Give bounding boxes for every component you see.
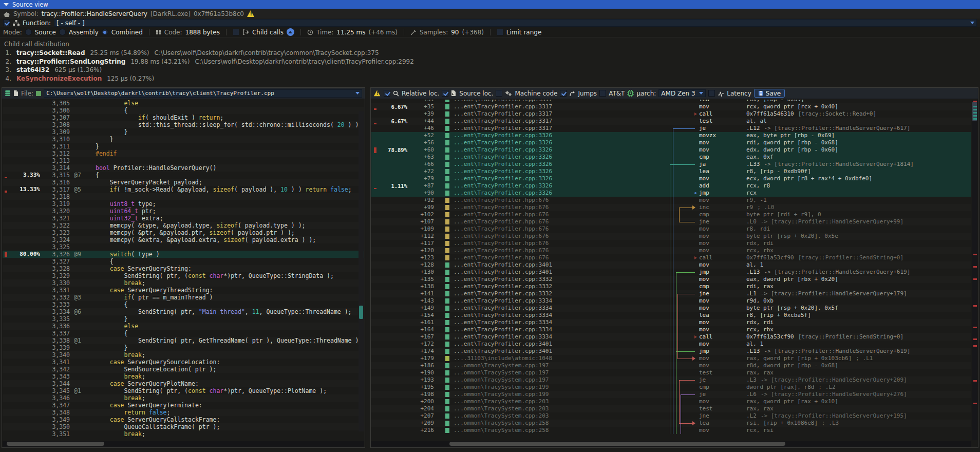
assembly-row[interactable]: 6.67%+44...ent\TracyProfiler.cpp:3317tes…: [371, 118, 971, 125]
function-combo[interactable]: [ - self - ]: [54, 19, 977, 27]
assembly-row[interactable]: +107...ent\TracyProfiler.hpp:676jne.L0->…: [371, 218, 971, 225]
mode-assembly-label[interactable]: Assembly: [69, 29, 99, 36]
source-line[interactable]: 3,329 SendString( ptr, (const char*)ptr,…: [3, 272, 364, 279]
assembly-row[interactable]: 1.11%+87...ent\TracyProfiler.cpp:3326add…: [371, 182, 971, 190]
source-vertical-scrollbar[interactable]: [359, 111, 364, 431]
assembly-row[interactable]: +161...ent\TracyProfiler.cpp:3334movrdx,…: [371, 319, 971, 326]
source-line[interactable]: 3,333 {: [3, 301, 364, 308]
child-calls-checkbox[interactable]: [233, 29, 239, 35]
latency-label[interactable]: Latency: [727, 90, 751, 97]
collapse-icon[interactable]: [4, 3, 9, 6]
assembly-row[interactable]: +154...ent\TracyProfiler.cpp:3334lear8, …: [371, 312, 971, 319]
child-call-row[interactable]: 3.stat64i32625 μs (1.36%): [4, 66, 976, 74]
assembly-row[interactable]: +112...ent\TracyProfiler.hpp:676movbyte …: [371, 233, 971, 240]
source-line[interactable]: 3,314bool Profiler::HandleServerQuery(): [3, 164, 364, 172]
source-line[interactable]: 3,351 break;: [3, 430, 364, 438]
mode-source-label[interactable]: Source: [35, 29, 56, 36]
source-line[interactable]: 3,342 SendSourceLocation( ptr );: [3, 366, 364, 373]
source-line[interactable]: 3,350 QueueCallstackFrame( ptr );: [3, 423, 364, 430]
assembly-vertical-scrollbar[interactable]: [972, 100, 977, 440]
child-call-row[interactable]: 1.tracy::Socket::Read25.25 ms (54.89%)C:…: [4, 49, 976, 58]
assembly-row[interactable]: +120...ent\TracyProfiler.hpp:676movrcx, …: [371, 247, 971, 254]
child-call-row[interactable]: 2.tracy::Profiler::SendLongString19.88 m…: [4, 58, 976, 66]
assembly-row[interactable]: +135...ent\TracyProfiler.cpp:3332moveax,…: [371, 276, 971, 283]
source-line[interactable]: 3,319 uint8_t type;: [3, 200, 364, 208]
source-line[interactable]: 80.00%3,326@9 switch( type ): [3, 251, 364, 258]
assembly-row[interactable]: +172...ent\TracyProfiler.cpp:3401moval, …: [371, 341, 971, 348]
source-line[interactable]: 3,324 memcpy( &extra, &payload.extra, si…: [3, 236, 364, 243]
assembly-row[interactable]: +39...ent\TracyProfiler.cpp:3317call0x7f…: [371, 110, 971, 118]
source-line[interactable]: 3,320 uint64_t ptr;: [3, 208, 364, 215]
source-line[interactable]: 3,327 {: [3, 258, 364, 265]
assembly-row[interactable]: +117...ent\TracyProfiler.hpp:676movrdx, …: [371, 240, 971, 247]
source-line[interactable]: 3,328 case ServerQueryString:: [3, 265, 364, 272]
source-line[interactable]: 3,307 if( shouldExit ) return;: [3, 114, 364, 121]
assembly-row[interactable]: +56...ent\TracyProfiler.cpp:3326movrdi, …: [371, 139, 971, 146]
source-line[interactable]: 3,305 else: [3, 100, 364, 107]
assembly-hscroll-thumb[interactable]: [449, 442, 785, 446]
mode-combined-radio[interactable]: [102, 29, 108, 35]
child-call-row[interactable]: 4.KeSynchronizeExecution125 μs (0.27%): [4, 74, 976, 83]
source-line[interactable]: 3,325: [3, 243, 364, 251]
title-bar[interactable]: Source view: [0, 0, 980, 9]
source-loc-label[interactable]: Source loc.: [459, 90, 493, 97]
assembly-row[interactable]: +52...ent\TracyProfiler.cpp:3326movzxeax…: [371, 132, 971, 139]
source-line[interactable]: 3,323 memcpy( &ptr, &payload.ptr, sizeof…: [3, 229, 364, 236]
assembly-row[interactable]: +46...ent\TracyProfiler.cpp:3317je.L12->…: [371, 125, 971, 132]
assembly-row[interactable]: +149...ent\TracyProfiler.cpp:3334movbyte…: [371, 305, 971, 312]
assembly-row[interactable]: +141...ent\TracyProfiler.cpp:3332jne.L1-…: [371, 290, 971, 297]
child-calls-label[interactable]: Child calls: [252, 29, 284, 36]
mode-assembly-radio[interactable]: [59, 29, 66, 35]
jumps-checkbox[interactable]: [560, 90, 567, 97]
att-checkbox[interactable]: [599, 90, 606, 97]
mode-combined-label[interactable]: Combined: [111, 29, 143, 36]
source-line[interactable]: 3,336 else: [3, 323, 364, 330]
source-line[interactable]: 3,340 break;: [3, 351, 364, 359]
latency-checkbox[interactable]: [708, 90, 715, 97]
source-line[interactable]: 3,332@3 if( ptr == m_mainThread ): [3, 294, 364, 301]
source-line[interactable]: 3,330 break;: [3, 279, 364, 287]
assembly-row[interactable]: +193...ommon\TracySystem.cpp:197je.L3-> …: [371, 376, 971, 384]
machine-code-label[interactable]: Machine code: [515, 90, 557, 97]
assembly-code-area[interactable]: +31...ent\TracyProfiler.cpp:3317leardx, …: [371, 100, 971, 439]
source-line[interactable]: 3,337 {: [3, 330, 364, 337]
assembly-row[interactable]: +138...ent\TracyProfiler.cpp:3332cmprdi,…: [371, 283, 971, 290]
source-hscroll-thumb[interactable]: [7, 442, 104, 446]
jumps-label[interactable]: Jumps: [578, 90, 597, 97]
assembly-row[interactable]: +198...ommon\TracySystem.cpp:199je.L6-> …: [371, 391, 971, 398]
assembly-row[interactable]: +209...ommon\TracySystem.cpp:258learsi, …: [371, 420, 971, 427]
assembly-row[interactable]: +79...ent\TracyProfiler.cpp:3326movecx, …: [371, 175, 971, 182]
source-line[interactable]: 3,347 case ServerQueryTerminate:: [3, 402, 364, 409]
function-checkbox[interactable]: [3, 20, 10, 26]
assembly-row[interactable]: +179....31103\include\atomic:1048movrax,…: [371, 355, 971, 362]
source-line[interactable]: 13.33%3,317@5 if( !m_sock->Read( &payloa…: [3, 186, 364, 193]
att-label[interactable]: AT&T: [609, 90, 625, 97]
child-calls-up-button[interactable]: [287, 28, 294, 36]
source-line[interactable]: 3,344 case ServerQueryPlotName:: [3, 380, 364, 387]
assembly-row[interactable]: 78.89%+60...ent\TracyProfiler.cpp:3326mo…: [371, 146, 971, 154]
assembly-row[interactable]: +186...ommon\TracySystem.cpp:197movr8d, …: [371, 362, 971, 369]
assembly-row[interactable]: +216...ommon\TracySystem.cpp:258movrcx, …: [371, 427, 971, 434]
assembly-row[interactable]: +72...ent\TracyProfiler.cpp:3326lear8, […: [371, 168, 971, 175]
assembly-row[interactable]: +102...ent\TracyProfiler.hpp:676cmpbyte …: [371, 211, 971, 218]
source-line[interactable]: 3,338@1 SendString( ptr, GetThreadName( …: [3, 337, 364, 344]
source-line[interactable]: 3,335 }: [3, 315, 364, 323]
file-combo[interactable]: C:\Users\wolf\Desktop\darkrl\contrib\tra…: [44, 89, 362, 98]
assembly-row[interactable]: +63...ent\TracyProfiler.cpp:3326cmpeax, …: [371, 154, 971, 161]
relative-loc-checkbox[interactable]: [384, 90, 390, 97]
source-line[interactable]: 3,313: [3, 157, 364, 164]
source-line[interactable]: 3,312#endif: [3, 150, 364, 157]
source-line[interactable]: 3,310 }: [3, 136, 364, 143]
source-line[interactable]: 3,341 case ServerQuerySourceLocation:: [3, 359, 364, 366]
assembly-row[interactable]: +167...ent\TracyProfiler.cpp:3334call0x7…: [371, 333, 971, 341]
source-line[interactable]: 3,339 }: [3, 344, 364, 351]
source-line[interactable]: 3,316 ServerQueryPacket payload;: [3, 179, 364, 186]
source-line[interactable]: 3,331 case ServerQueryThreadString:: [3, 287, 364, 294]
assembly-row[interactable]: +130...ent\TracyProfiler.cpp:3401jmp.L13…: [371, 269, 971, 276]
source-line[interactable]: 3,311}: [3, 143, 364, 150]
assembly-row[interactable]: +200...ommon\TracySystem.cpp:203movrax, …: [371, 398, 971, 405]
source-vscroll-thumb[interactable]: [359, 306, 363, 319]
uarch-combo[interactable]: AMD Zen 3: [658, 89, 706, 97]
assembly-row[interactable]: +195...ommon\TracySystem.cpp:199cmpdword…: [371, 384, 971, 391]
source-line[interactable]: 3,322 memcpy( &type, &payload.type, size…: [3, 222, 364, 229]
